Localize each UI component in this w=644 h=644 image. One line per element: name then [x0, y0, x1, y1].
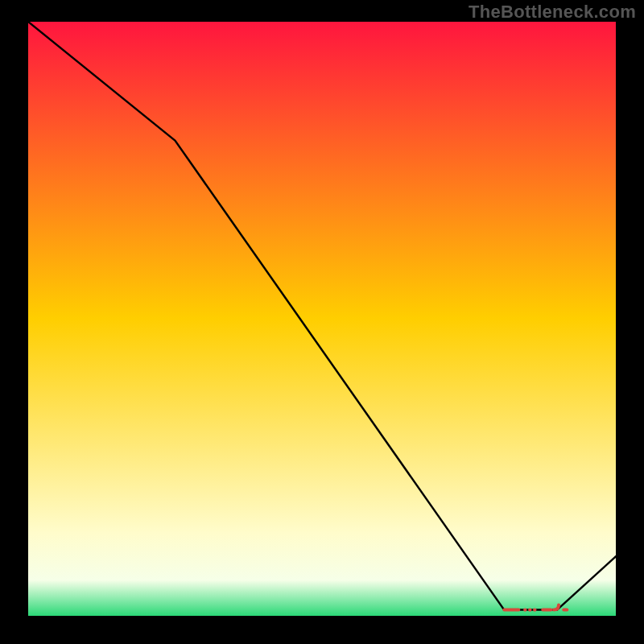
svg-point-2	[528, 608, 531, 611]
chart-plot-area	[28, 22, 616, 616]
svg-rect-0	[502, 609, 520, 612]
chart-background-gradient	[28, 22, 616, 616]
svg-point-1	[523, 608, 526, 611]
svg-rect-4	[541, 609, 552, 612]
chart-frame: TheBottleneck.com	[0, 0, 644, 644]
svg-rect-5	[562, 609, 568, 612]
chart-svg	[28, 22, 616, 616]
svg-point-3	[533, 608, 536, 611]
watermark-text: TheBottleneck.com	[469, 2, 636, 23]
